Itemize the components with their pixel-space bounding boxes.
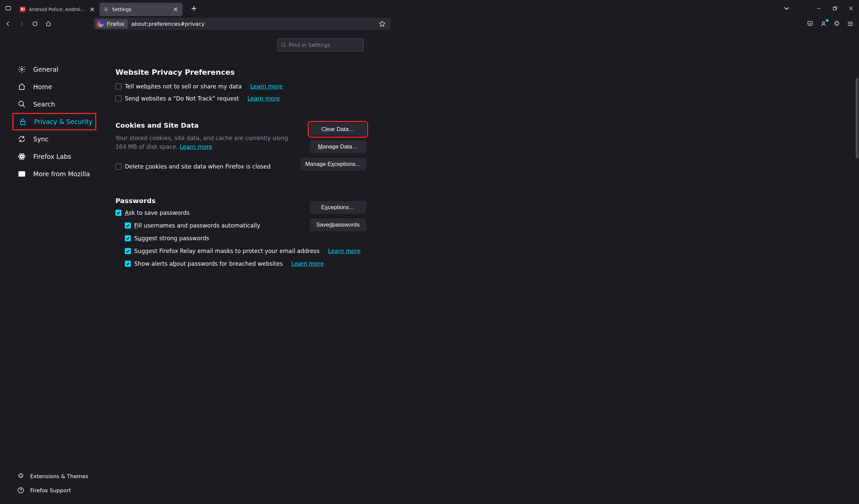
checkbox-tell-websites-not-sell[interactable] [116,83,121,90]
clear-data-button[interactable]: Clear Data… [310,123,366,136]
checkbox-suggest-strong-passwords[interactable] [125,235,131,241]
extensions-themes-link[interactable]: Extensions & Themes [17,469,101,483]
checkbox-label: Show alerts about passwords for breached… [134,261,283,267]
find-placeholder: Find in Settings [289,42,330,48]
category-firefox-labs[interactable]: Firefox Labs [12,148,96,165]
close-tab-icon[interactable] [172,6,179,12]
passwords-exceptions-button[interactable]: Exceptions… [310,201,366,214]
page-scrollbar[interactable] [855,31,859,504]
firefox-logo-icon [97,20,104,27]
svg-point-1 [105,9,107,10]
category-search[interactable]: Search [12,95,96,113]
checkbox-do-not-track[interactable] [116,95,121,101]
nav-toolbar: Firefox about:preferences#privacy [0,16,859,31]
urlbar[interactable]: Firefox about:preferences#privacy [93,18,391,30]
checkbox-label: Tell websites not to sell or share my da… [125,83,242,90]
help-icon [17,487,24,493]
checkbox-delete-cookies-on-close[interactable] [116,163,121,170]
sync-icon [17,135,27,143]
identity-label: Firefox [107,21,124,27]
website-privacy-preferences-heading: Website Privacy Preferences [116,68,365,76]
svg-point-8 [21,156,23,157]
svg-rect-2 [833,7,836,10]
svg-rect-0 [6,6,11,10]
category-label: Firefox Labs [33,153,71,160]
labs-icon [17,153,27,160]
checkbox-ask-save-passwords[interactable] [116,210,121,216]
svg-point-6 [19,101,24,106]
android-police-favicon-icon: A▾ [20,7,26,12]
category-label: Privacy & Security [34,118,93,125]
mozilla-icon: m [17,170,27,178]
puzzle-icon [17,473,24,479]
category-home[interactable]: Home [12,78,96,95]
main-pane: Website Privacy Preferences Tell website… [116,68,365,270]
manage-exceptions-button[interactable]: Manage Exceptions… [300,158,366,171]
list-all-tabs-button[interactable] [780,2,793,15]
bookmark-star-icon[interactable] [377,19,387,29]
notification-badge-icon [826,19,828,22]
category-label: More from Mozilla [33,170,90,178]
category-sync[interactable]: Sync [12,130,96,148]
back-button[interactable] [1,17,15,31]
window-controls [811,0,859,16]
home-icon [17,83,27,91]
forward-button[interactable] [15,17,28,31]
link-label: Extensions & Themes [30,473,88,479]
svg-point-5 [21,68,23,70]
checkbox-breach-alerts[interactable] [125,261,131,267]
recent-browsing-button[interactable] [0,0,16,16]
minimize-button[interactable] [811,0,827,16]
tab-title: Settings [112,7,169,12]
link-label: Firefox Support [30,487,71,493]
maximize-button[interactable] [827,0,843,16]
lock-icon [18,117,28,126]
checkbox-label: Suggest Firefox Relay email masks to pro… [134,248,319,254]
tab-android-police[interactable]: A▾ Android Police: Android news, reviews [16,3,99,16]
learn-more-link[interactable]: Learn more [180,143,212,150]
gear-icon [103,7,109,12]
category-label: Home [33,83,52,91]
tab-title: Android Police: Android news, reviews [29,7,86,12]
reload-button[interactable] [28,17,42,31]
extensions-button[interactable] [830,17,844,31]
gear-icon [17,65,27,74]
account-button[interactable] [817,17,830,31]
app-menu-button[interactable] [844,17,857,31]
home-button[interactable] [42,17,55,31]
manage-data-button[interactable]: Manage Data… [310,140,366,153]
settings-page: Find in Settings General Home Search [0,31,859,504]
category-more-from-mozilla[interactable]: m More from Mozilla [12,165,96,183]
checkbox-label: Send websites a “Do Not Track” request [125,95,239,102]
tab-settings[interactable]: Settings [99,3,183,16]
svg-rect-7 [20,121,25,125]
checkbox-fill-usernames[interactable] [125,222,131,229]
category-general[interactable]: General [12,61,96,78]
categories-sidebar: General Home Search Privacy & Security S… [12,61,96,183]
save-to-pocket-button[interactable] [803,17,817,31]
checkbox-label: Ask to save passwords [125,209,190,216]
learn-more-link[interactable]: Learn more [247,95,280,102]
firefox-support-link[interactable]: Firefox Support [17,483,101,497]
cookies-description: Your stored cookies, site data, and cach… [116,134,290,151]
scrollbar-thumb[interactable] [856,78,858,158]
checkbox-suggest-relay-masks[interactable] [125,248,131,254]
learn-more-link[interactable]: Learn more [328,248,360,254]
svg-point-3 [823,21,825,24]
identity-box[interactable]: Firefox [95,19,128,29]
url-text: about:preferences#privacy [131,21,377,27]
saved-passwords-button[interactable]: Saved passwords [310,219,366,231]
learn-more-link[interactable]: Learn more [291,261,324,267]
checkbox-label: Delete cookies and site data when Firefo… [125,163,270,170]
checkbox-label: Suggest strong passwords [134,235,209,241]
find-in-settings-input[interactable]: Find in Settings [277,38,364,51]
new-tab-button[interactable] [189,3,199,14]
search-icon [17,100,27,108]
close-window-button[interactable] [843,0,859,16]
titlebar: A▾ Android Police: Android news, reviews… [0,0,859,16]
learn-more-link[interactable]: Learn more [250,83,283,90]
close-tab-icon[interactable] [89,6,95,12]
category-privacy-security[interactable]: Privacy & Security [12,113,96,130]
category-label: Search [33,100,55,108]
svg-text:m: m [20,172,24,176]
